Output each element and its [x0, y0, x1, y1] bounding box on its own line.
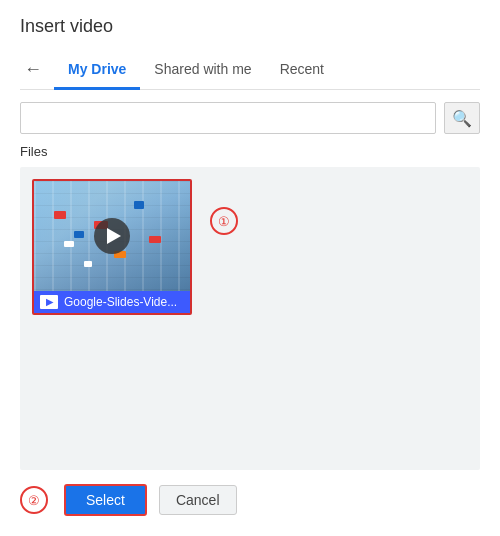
video-label-bar: ▶ Google-Slides-Vide...: [34, 291, 190, 313]
back-button[interactable]: ←: [20, 51, 46, 88]
bottom-row: ② Select Cancel: [20, 470, 480, 520]
play-triangle-icon: [107, 228, 121, 244]
search-input[interactable]: [20, 102, 436, 134]
truck-decoration: [64, 241, 74, 247]
truck-decoration: [84, 261, 92, 267]
video-filename: Google-Slides-Vide...: [64, 295, 177, 309]
search-icon: 🔍: [452, 109, 472, 128]
insert-video-dialog: Insert video ← My Drive Shared with me R…: [0, 0, 500, 536]
play-button-overlay: [94, 218, 130, 254]
tab-recent[interactable]: Recent: [266, 49, 338, 89]
annotation-1: ①: [210, 207, 238, 235]
video-thumbnail: [34, 181, 190, 291]
truck-decoration: [74, 231, 84, 238]
annotation-2: ②: [20, 486, 48, 514]
files-label: Files: [20, 144, 480, 159]
search-button[interactable]: 🔍: [444, 102, 480, 134]
tabs-row: ← My Drive Shared with me Recent: [20, 49, 480, 90]
slides-icon: ▶: [40, 295, 58, 309]
tab-shared-with-me[interactable]: Shared with me: [140, 49, 265, 89]
video-file-item[interactable]: ▶ Google-Slides-Vide...: [32, 179, 192, 315]
cancel-button[interactable]: Cancel: [159, 485, 237, 515]
select-button[interactable]: Select: [64, 484, 147, 516]
tab-my-drive[interactable]: My Drive: [54, 49, 140, 89]
truck-decoration: [54, 211, 66, 219]
truck-decoration: [134, 201, 144, 209]
files-area: ▶ Google-Slides-Vide... ①: [20, 167, 480, 470]
dialog-title: Insert video: [20, 16, 480, 37]
truck-decoration: [149, 236, 161, 243]
search-row: 🔍: [20, 102, 480, 134]
